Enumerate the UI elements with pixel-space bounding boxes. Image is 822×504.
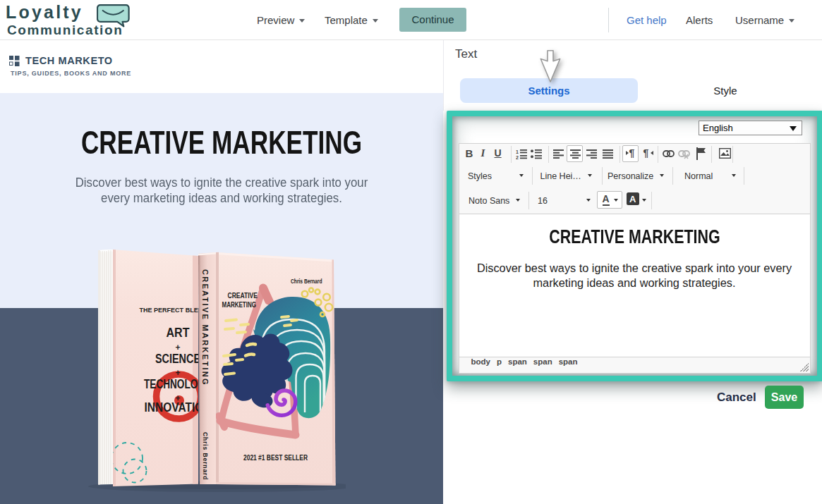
svg-text:Chris Bernard: Chris Bernard xyxy=(291,277,322,285)
svg-text:+: + xyxy=(175,343,180,352)
svg-text:SCIENCE: SCIENCE xyxy=(155,352,200,366)
svg-text:1: 1 xyxy=(516,149,519,154)
svg-text:2021 #1 BEST SELLER: 2021 #1 BEST SELLER xyxy=(243,453,308,462)
svg-text:THE PERFECT BLEND: THE PERFECT BLEND xyxy=(140,307,208,314)
svg-text:2: 2 xyxy=(516,154,519,159)
svg-text:MARKETING: MARKETING xyxy=(222,300,257,309)
svg-text:A: A xyxy=(629,194,636,204)
svg-text:ART: ART xyxy=(167,326,190,340)
svg-text:CREATIVE: CREATIVE xyxy=(228,291,258,300)
svg-text:CREATIVE MARKETING: CREATIVE MARKETING xyxy=(201,269,210,386)
svg-text:Chris Bernard: Chris Bernard xyxy=(202,432,209,480)
